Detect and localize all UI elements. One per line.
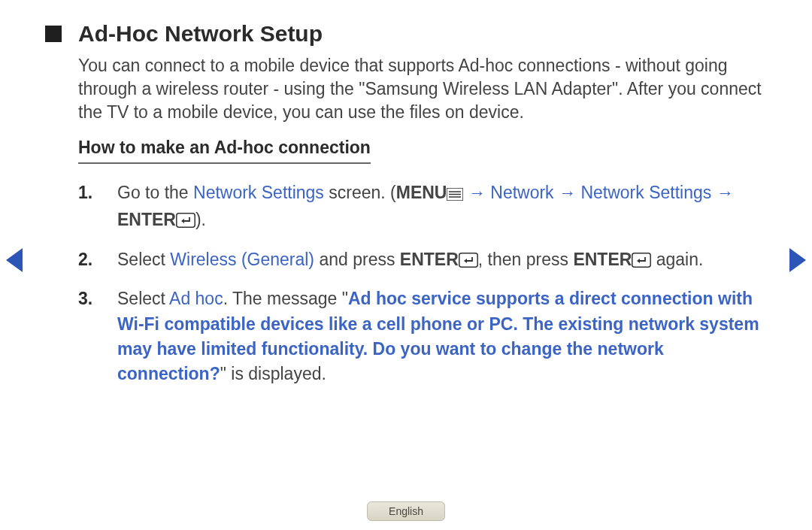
text: " is displayed. xyxy=(220,364,326,383)
intro-paragraph: You can connect to a mobile device that … xyxy=(78,54,767,124)
svg-rect-6 xyxy=(632,253,650,267)
link-network: Network xyxy=(490,183,553,202)
text: Select xyxy=(117,250,170,269)
section-bullet-icon xyxy=(45,26,62,42)
svg-rect-4 xyxy=(177,214,195,227)
step-number: 2. xyxy=(78,247,96,274)
enter-icon xyxy=(176,210,195,235)
step-body: Select Wireless (General) and press ENTE… xyxy=(117,247,703,274)
language-tab[interactable]: English xyxy=(367,501,445,521)
arrow: → xyxy=(711,183,733,202)
arrow: → xyxy=(463,183,490,202)
prev-page-button[interactable] xyxy=(6,248,23,272)
label-enter: ENTER xyxy=(400,250,459,269)
subheading: How to make an Ad-hoc connection xyxy=(78,138,371,164)
text: again. xyxy=(651,250,703,269)
text: screen. ( xyxy=(324,183,396,202)
step-number: 1. xyxy=(78,180,96,235)
text: Select xyxy=(117,289,169,308)
label-enter: ENTER xyxy=(117,210,176,229)
label-enter: ENTER xyxy=(573,250,632,269)
step-1: 1. Go to the Network Settings screen. (M… xyxy=(78,180,767,235)
link-network-settings: Network Settings xyxy=(580,183,711,202)
step-3: 3. Select Ad hoc. The message "Ad hoc se… xyxy=(78,286,767,386)
label-menu: MENU xyxy=(396,183,447,202)
text: . The message " xyxy=(223,289,348,308)
link-ad-hoc: Ad hoc xyxy=(169,289,223,308)
step-body: Go to the Network Settings screen. (MENU… xyxy=(117,180,767,235)
link-wireless-general: Wireless (General) xyxy=(170,250,314,269)
menu-icon xyxy=(447,183,463,207)
svg-rect-5 xyxy=(459,253,477,267)
steps-list: 1. Go to the Network Settings screen. (M… xyxy=(78,180,767,386)
step-number: 3. xyxy=(78,286,96,386)
text: ). xyxy=(195,210,206,229)
page-title: Ad-Hoc Network Setup xyxy=(78,21,323,47)
text: , then press xyxy=(478,250,574,269)
next-page-button[interactable] xyxy=(789,248,806,272)
enter-icon xyxy=(459,250,478,274)
enter-icon xyxy=(632,250,651,274)
text: Go to the xyxy=(117,183,193,202)
link-network-settings: Network Settings xyxy=(193,183,324,202)
step-2: 2. Select Wireless (General) and press E… xyxy=(78,247,767,274)
step-body: Select Ad hoc. The message "Ad hoc servi… xyxy=(117,286,767,386)
arrow: → xyxy=(554,183,581,202)
text: and press xyxy=(314,250,400,269)
